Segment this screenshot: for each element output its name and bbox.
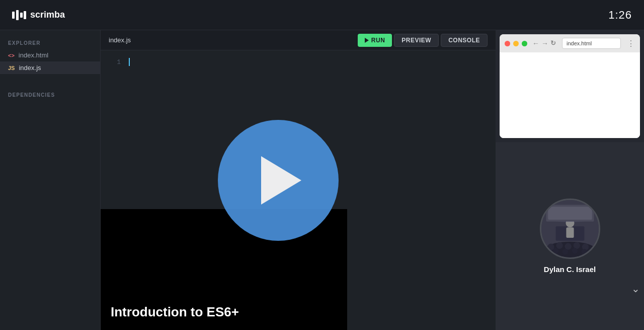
svg-point-15 bbox=[581, 249, 587, 254]
main-layout: EXPLORER <> index.html JS index.js DEPEN… bbox=[0, 30, 644, 330]
top-bar: scrimba 1:26 bbox=[0, 0, 644, 30]
chevron-down-icon[interactable]: ⌄ bbox=[631, 283, 640, 294]
editor-area: index.js RUN PREVIEW CONSOLE 1 bbox=[101, 30, 496, 330]
run-button[interactable]: RUN bbox=[358, 34, 392, 47]
svg-rect-3 bbox=[24, 11, 26, 19]
toolbar-buttons: RUN PREVIEW CONSOLE bbox=[358, 34, 488, 47]
browser-dot-red[interactable] bbox=[505, 41, 510, 46]
browser-chrome: ← → ↻ index.html ⋮ bbox=[500, 34, 640, 52]
instructor-name: Dylan C. Israel bbox=[544, 265, 596, 274]
forward-button[interactable]: → bbox=[541, 39, 548, 47]
dependencies-label: DEPENDENCIES bbox=[0, 88, 100, 101]
browser-preview: ← → ↻ index.html ⋮ bbox=[500, 34, 640, 138]
run-label: RUN bbox=[371, 37, 385, 44]
svg-point-9 bbox=[573, 242, 580, 249]
svg-point-8 bbox=[565, 243, 571, 250]
js-filename: index.js bbox=[19, 64, 41, 72]
explorer-label: EXPLORER bbox=[0, 36, 100, 49]
preview-button[interactable]: PREVIEW bbox=[394, 34, 439, 47]
url-bar[interactable]: index.html bbox=[562, 38, 621, 49]
logo-text: scrimba bbox=[30, 10, 65, 20]
svg-point-7 bbox=[556, 242, 562, 249]
browser-content bbox=[500, 52, 640, 138]
code-line-1: 1 bbox=[101, 56, 496, 68]
text-cursor bbox=[129, 58, 130, 66]
svg-rect-21 bbox=[548, 207, 592, 220]
browser-menu-icon[interactable]: ⋮ bbox=[627, 39, 635, 48]
js-file-icon: JS bbox=[8, 65, 15, 71]
html-file-icon: <> bbox=[8, 52, 15, 58]
browser-dot-yellow[interactable] bbox=[513, 41, 519, 46]
timer: 1:26 bbox=[608, 9, 632, 22]
html-filename: index.html bbox=[19, 51, 48, 59]
browser-dot-green[interactable] bbox=[522, 41, 527, 46]
line-number-1: 1 bbox=[109, 58, 121, 66]
instructor-image bbox=[541, 200, 599, 257]
sidebar-item-js[interactable]: JS index.js bbox=[0, 61, 100, 74]
active-file-tab[interactable]: index.js bbox=[109, 36, 131, 44]
svg-rect-19 bbox=[566, 227, 574, 238]
svg-point-16 bbox=[589, 248, 594, 253]
console-button[interactable]: CONSOLE bbox=[441, 34, 488, 47]
nav-buttons: ← → ↻ bbox=[532, 39, 556, 47]
run-icon bbox=[365, 38, 369, 43]
svg-point-13 bbox=[562, 249, 568, 254]
back-button[interactable]: ← bbox=[532, 39, 539, 47]
scrimba-logo-icon bbox=[12, 10, 26, 20]
svg-point-11 bbox=[543, 249, 548, 254]
instructor-avatar bbox=[540, 199, 600, 259]
sidebar: EXPLORER <> index.html JS index.js DEPEN… bbox=[0, 30, 101, 330]
right-panel: ← → ↻ index.html ⋮ bbox=[496, 30, 644, 330]
play-icon bbox=[261, 156, 301, 205]
svg-rect-1 bbox=[16, 10, 19, 20]
sidebar-item-html[interactable]: <> index.html bbox=[0, 49, 100, 61]
logo[interactable]: scrimba bbox=[12, 10, 65, 20]
refresh-button[interactable]: ↻ bbox=[550, 39, 556, 47]
svg-point-14 bbox=[572, 248, 577, 253]
svg-point-12 bbox=[552, 248, 558, 253]
course-title-text: Introduction to ES6+ bbox=[111, 304, 239, 320]
editor-toolbar: index.js RUN PREVIEW CONSOLE bbox=[101, 30, 496, 50]
instructor-panel: Dylan C. Israel bbox=[496, 142, 644, 330]
course-title: Introduction to ES6+ bbox=[111, 304, 239, 320]
play-button[interactable] bbox=[218, 120, 339, 241]
svg-rect-0 bbox=[12, 12, 15, 19]
expand-button-area[interactable]: ⌄ bbox=[631, 283, 640, 295]
svg-rect-2 bbox=[20, 13, 23, 18]
url-text: index.html bbox=[567, 40, 592, 46]
